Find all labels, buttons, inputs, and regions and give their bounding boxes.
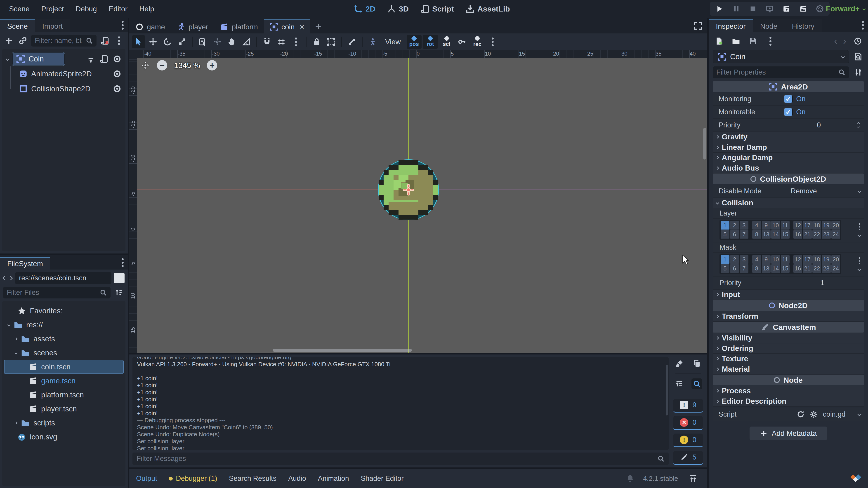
category-area2d[interactable]: Area2D [713, 81, 864, 92]
fs-favorites[interactable]: Favorites: [4, 304, 124, 318]
collision-mask-cell[interactable]: 4 [752, 255, 761, 264]
messages-toggle[interactable]: !9 [673, 399, 703, 413]
collision-mask-cell[interactable]: 2 [730, 255, 739, 264]
grid-snap-button[interactable] [275, 35, 288, 48]
monitorable-checkbox[interactable]: ✓ [784, 108, 793, 116]
collision-mask-cell[interactable]: 22 [812, 264, 821, 273]
tab-3d[interactable]: 3D [387, 4, 408, 13]
tab-import[interactable]: Import [35, 20, 70, 32]
menu-item[interactable]: Help [134, 2, 160, 15]
attached-script-icon[interactable] [100, 55, 108, 63]
menu-item[interactable]: Project [36, 2, 69, 15]
distraction-free-button[interactable] [693, 21, 703, 30]
show-search-button[interactable] [691, 379, 702, 389]
warnings-toggle[interactable]: !0 [673, 433, 703, 447]
collision-layer-cell[interactable]: 4 [752, 221, 761, 230]
add-metadata-button[interactable]: Add Metadata [749, 427, 827, 440]
tab-script[interactable]: Script [421, 4, 454, 13]
fs-player-tscn[interactable]: player.tscn [4, 402, 124, 416]
view-menu-button[interactable]: View [381, 38, 405, 46]
new-resource-button[interactable] [713, 35, 724, 47]
collapse-duplicates-button[interactable] [674, 379, 685, 389]
collision-layer-cell[interactable]: 23 [822, 230, 831, 238]
lock-selected-button[interactable] [310, 35, 323, 48]
collision-mask-cell[interactable]: 19 [822, 255, 831, 264]
visibility-icon[interactable] [113, 70, 121, 78]
collision-layer-cell[interactable]: 7 [740, 230, 748, 238]
history-back-button[interactable]: ‹ [834, 36, 837, 46]
movie-maker-button[interactable] [815, 4, 825, 14]
vertical-scrollbar[interactable] [703, 128, 706, 160]
priority-value[interactable]: 0 [784, 121, 854, 129]
tab-2d[interactable]: 2D [354, 4, 375, 13]
visibility-icon[interactable] [113, 55, 121, 63]
coin-node-name[interactable]: Coin [12, 53, 65, 66]
tab-filesystem[interactable]: FileSystem [0, 257, 50, 269]
animation-options-button[interactable] [486, 35, 499, 48]
play-custom-scene-button[interactable] [798, 4, 808, 14]
collision-layer-cell[interactable]: 22 [812, 230, 821, 238]
scene-tab-platform[interactable]: platform [214, 20, 264, 33]
smart-snap-button[interactable] [260, 35, 274, 48]
tree-node-collisionshape2d[interactable]: CollisionShape2D [4, 81, 124, 96]
fs-game-tscn[interactable]: game.tscn [4, 374, 124, 388]
ruler-mode-button[interactable] [240, 35, 253, 48]
inspector-tools-button[interactable] [852, 66, 864, 78]
collision-layer-cell[interactable]: 24 [831, 230, 840, 238]
edited-object-selector[interactable]: Coin [713, 50, 849, 63]
file-filter-input[interactable] [7, 289, 100, 297]
collapse-icon[interactable] [6, 57, 10, 61]
dock-menu-button[interactable] [122, 21, 124, 30]
object-history-button[interactable] [852, 35, 864, 47]
collision-layer-cell[interactable]: 13 [762, 230, 771, 238]
snap-options-button[interactable] [289, 35, 303, 48]
collision-mask-cell[interactable]: 5 [721, 264, 730, 273]
collision-mask-cell[interactable]: 24 [831, 264, 840, 273]
dock-menu-button[interactable] [122, 258, 124, 268]
collision-mask-cell[interactable]: 15 [781, 264, 789, 273]
collision-mask-cell[interactable]: 21 [803, 264, 812, 273]
chevron-down-icon[interactable] [858, 267, 862, 271]
collision-layer-cell[interactable]: 8 [752, 230, 761, 238]
copy-output-button[interactable] [691, 358, 702, 369]
tree-node-coin[interactable]: Coin [4, 52, 124, 66]
collision-mask-cell[interactable]: 3 [740, 255, 748, 264]
play-scene-button[interactable] [781, 4, 792, 14]
list-select-button[interactable] [196, 35, 209, 48]
sort-files-button[interactable] [113, 287, 125, 298]
collision-layer-cell[interactable]: 1 [721, 221, 730, 230]
save-resource-button[interactable] [747, 35, 759, 47]
notifications-bell-icon[interactable] [626, 475, 634, 483]
collision-mask-cell[interactable]: 18 [812, 255, 821, 264]
property-group[interactable]: Ordering [713, 344, 864, 354]
group-transform[interactable]: Transform [713, 311, 864, 322]
property-group[interactable]: Editor Description [713, 396, 864, 407]
collision-mask-cell[interactable]: 8 [752, 264, 761, 273]
scene-tree-menu-button[interactable] [113, 35, 125, 46]
pan-mode-button[interactable] [225, 35, 238, 48]
collapse-icon[interactable] [7, 323, 10, 326]
collision-layer-cell[interactable]: 11 [781, 221, 789, 230]
property-group[interactable]: Gravity [713, 132, 864, 142]
group-collision[interactable]: Collision [713, 198, 864, 208]
dots-icon[interactable] [859, 257, 860, 259]
visibility-icon[interactable] [113, 85, 121, 93]
add-node-button[interactable] [3, 35, 14, 46]
collision-layer-cell[interactable]: 20 [831, 221, 840, 230]
expand-bottom-panel-button[interactable] [689, 474, 698, 483]
collision-layer-cell[interactable]: 9 [762, 221, 771, 230]
pivot-mode-button[interactable] [211, 35, 224, 48]
chevron-down-icon[interactable] [858, 233, 862, 237]
expand-icon[interactable] [14, 421, 18, 424]
fs-coin-tscn[interactable]: coin.tscn [4, 360, 124, 374]
2d-viewport[interactable]: -40-35-30-25-20-15-10-505101520253035404… [129, 50, 707, 353]
scene-filter-input[interactable] [35, 37, 86, 45]
nav-forward-button[interactable] [9, 276, 12, 280]
bottom-tab-shader-editor[interactable]: Shader Editor [361, 475, 404, 483]
expand-icon[interactable] [14, 337, 18, 340]
tab-node[interactable]: Node [753, 20, 785, 32]
collision-mask-cell[interactable]: 12 [794, 255, 802, 264]
detach-script-button[interactable] [99, 35, 111, 46]
collision-layer-cell[interactable]: 12 [794, 221, 802, 230]
collision-mask-cell[interactable]: 11 [781, 255, 789, 264]
